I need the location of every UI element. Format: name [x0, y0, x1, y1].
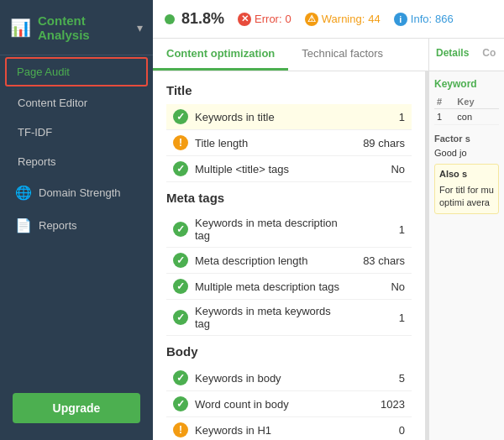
sidebar-header: 📊 Content Analysis ▾: [0, 0, 153, 55]
ok-icon: ✓: [173, 370, 188, 385]
table-row: ✓ Multiple meta description tags No: [166, 274, 412, 300]
tab-details[interactable]: Details: [429, 39, 475, 71]
chevron-down-icon[interactable]: ▾: [137, 21, 143, 34]
row-value: No: [354, 163, 405, 175]
list-item: 1 con: [434, 109, 499, 125]
ok-icon: ✓: [173, 161, 188, 176]
warning-badge: ⚠ Warning: 44: [305, 13, 381, 26]
table-row: ! Keywords in H1 0: [166, 417, 412, 440]
row-label: Keywords in H1: [195, 424, 348, 437]
table-row: ! Title length 89 chars: [166, 130, 412, 156]
table-row: ✓ Keywords in meta keywords tag 1: [166, 300, 412, 336]
ok-icon: ✓: [173, 222, 188, 237]
table-row: ✓ Keywords in title 1: [166, 104, 412, 130]
right-panel: Keyword # Key 1 con: [428, 71, 504, 440]
row-value: 0: [354, 424, 405, 437]
reports-icon: 📄: [15, 217, 32, 233]
col-header-key: Key: [454, 95, 499, 109]
title-section-header: Title: [166, 83, 412, 97]
table-row: ✓ Keywords in body 5: [166, 365, 412, 391]
row-value: 1023: [354, 398, 405, 411]
tab-content-optimization[interactable]: Content optimization: [153, 39, 288, 71]
topbar: 81.8% ✕ Error: 0 ⚠ Warning: 44 i Info: 8…: [153, 0, 504, 39]
error-count: 0: [286, 13, 291, 25]
row-value: 1: [354, 111, 405, 123]
also-label: Also s: [439, 168, 494, 181]
right-panel-content: Keyword # Key 1 con: [429, 71, 504, 221]
error-icon: ✕: [238, 13, 251, 26]
main-tabs: Content optimization Technical factors: [153, 39, 428, 71]
row-value: No: [354, 280, 405, 293]
right-panel-tabs: Details Co: [428, 39, 504, 71]
info-icon: i: [394, 13, 407, 26]
factor-section: Factor s Good jo: [434, 134, 499, 160]
content-area: Title ✓ Keywords in title 1 ! Title leng…: [153, 71, 504, 440]
row-label: Keywords in title: [195, 111, 348, 123]
col-header-num: #: [434, 95, 454, 109]
sidebar-item-reports[interactable]: Reports: [0, 147, 153, 176]
row-value: 89 chars: [354, 137, 405, 149]
warning-count: 44: [368, 13, 380, 25]
row-label: Keywords in body: [195, 372, 348, 385]
warn-icon: !: [173, 135, 188, 150]
row-label: Multiple <title> tags: [195, 163, 348, 175]
sidebar-item-content-editor[interactable]: Content Editor: [0, 88, 153, 118]
row-value: 1: [354, 223, 405, 236]
table-row: ✓ Multiple <title> tags No: [166, 156, 412, 182]
tab-co[interactable]: Co: [475, 39, 502, 71]
meta-tags-section-header: Meta tags: [166, 191, 412, 205]
ok-icon: ✓: [173, 109, 188, 124]
sidebar: 📊 Content Analysis ▾ Page Audit Content …: [0, 0, 153, 440]
tab-technical-factors[interactable]: Technical factors: [288, 39, 396, 71]
row-label: Multiple meta description tags: [195, 280, 348, 293]
warning-label: Warning:: [322, 13, 365, 25]
row-label: Keywords in meta description tag: [195, 217, 348, 242]
row-value: 1: [354, 312, 405, 324]
info-badge: i Info: 866: [394, 13, 454, 26]
table-row: ✓ Word count in body 1023: [166, 391, 412, 417]
sidebar-item-page-audit[interactable]: Page Audit: [5, 57, 148, 86]
row-label: Title length: [195, 137, 348, 149]
sidebar-title: Content Analysis: [38, 13, 137, 42]
body-section-header: Body: [166, 344, 412, 359]
score-badge: 81.8%: [165, 10, 224, 28]
ok-icon: ✓: [173, 396, 188, 411]
ok-icon: ✓: [173, 279, 188, 294]
row-value: 5: [354, 372, 405, 385]
row-label: Word count in body: [195, 398, 348, 411]
also-section: Also s For titl for mu optimi avera: [434, 164, 499, 213]
ok-icon: ✓: [173, 310, 188, 325]
for-title-text: For titl for mu optimi avera: [439, 184, 494, 210]
row-value: 83 chars: [354, 254, 405, 267]
content-analysis-icon: 📊: [10, 18, 31, 38]
audit-content: Title ✓ Keywords in title 1 ! Title leng…: [153, 71, 425, 440]
error-label: Error:: [255, 13, 282, 25]
domain-strength-icon: 🌐: [15, 185, 32, 201]
keyword-num: 1: [434, 109, 454, 125]
table-row: ✓ Meta description length 83 chars: [166, 248, 412, 274]
warn-icon: !: [173, 422, 188, 437]
row-label: Keywords in meta keywords tag: [195, 305, 348, 330]
score-value: 81.8%: [181, 10, 224, 28]
factor-label: Factor s: [434, 134, 499, 144]
info-count: 866: [435, 13, 454, 25]
sidebar-section-reports[interactable]: 📄 Reports: [0, 209, 153, 242]
score-dot-icon: [165, 14, 175, 24]
error-badge: ✕ Error: 0: [238, 13, 291, 26]
keyword-table: # Key 1 con: [434, 95, 499, 125]
warning-icon: ⚠: [305, 13, 318, 26]
main-panel: 81.8% ✕ Error: 0 ⚠ Warning: 44 i Info: 8…: [153, 0, 504, 440]
upgrade-button[interactable]: Upgrade: [13, 393, 140, 423]
factor-text: Good jo: [434, 147, 499, 160]
row-label: Meta description length: [195, 254, 348, 267]
sidebar-section-domain-strength[interactable]: 🌐 Domain Strength: [0, 176, 153, 209]
sidebar-item-tf-idf[interactable]: TF-IDF: [0, 118, 153, 147]
tabs-container: Content optimization Technical factors D…: [153, 39, 504, 71]
keyword-value: con: [454, 109, 499, 125]
table-row: ✓ Keywords in meta description tag 1: [166, 212, 412, 248]
ok-icon: ✓: [173, 253, 188, 268]
info-label: Info:: [411, 13, 432, 25]
keyword-subtitle: Keyword: [434, 78, 499, 90]
